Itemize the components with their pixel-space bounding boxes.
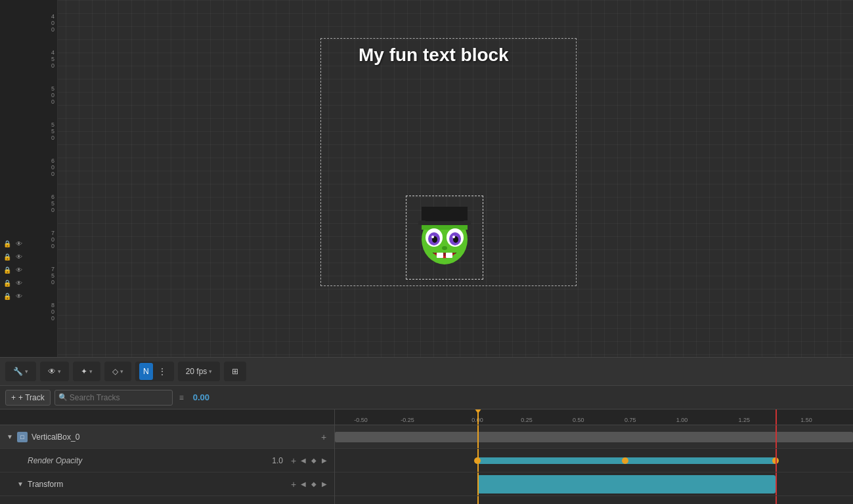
keyframe-btns-opacity: ◀ ◆ ▶: [299, 456, 329, 465]
end-marker-transform: [776, 472, 777, 495]
stamp-tool-button[interactable]: N: [139, 363, 153, 380]
timeline-tracks-content: [335, 425, 853, 504]
expand-spacer-opacity: [16, 456, 25, 465]
playhead-line-transform: [477, 472, 479, 495]
timeline-body: ▼ □ VerticalBox_0 + Render Opacity 1.0 +…: [0, 410, 853, 504]
playhead-ruler[interactable]: [477, 410, 479, 425]
transform-teal-bar: [477, 475, 776, 494]
lock-icon-3[interactable]: 🔒: [3, 265, 12, 274]
search-container: 🔍: [55, 390, 173, 406]
layer-icon-row-3: 🔒 👁: [3, 264, 55, 276]
ruler-mark-600: 600: [51, 158, 55, 177]
stamp-icon: N: [143, 367, 149, 376]
ruler-mark-550: 550: [51, 121, 55, 141]
transform-icon: ✦: [81, 367, 87, 376]
eye-icon-3[interactable]: 👁: [14, 265, 24, 274]
kf-prev-transform[interactable]: ◀: [299, 480, 308, 489]
tools-group-4: ◇ ▾: [104, 362, 131, 381]
track-name-render-opacity: Render Opacity: [28, 456, 272, 465]
kf-next-opacity[interactable]: ▶: [320, 456, 329, 465]
more-tool-button[interactable]: ⋮: [154, 363, 170, 380]
svg-point-10: [452, 236, 455, 238]
lock-icon-2[interactable]: 🔒: [3, 252, 12, 261]
chevron-down-icon-3: ▾: [89, 368, 93, 375]
layer-icon-row-5: 🔒 👁: [3, 290, 55, 302]
ruler-mark-075: 0.75: [624, 417, 636, 423]
track-add-transform[interactable]: +: [288, 479, 299, 490]
tools-group-1: 🔧 ▾: [5, 362, 36, 381]
viewport: My fun text block: [58, 0, 853, 357]
tl-row-rotation: [335, 496, 853, 504]
end-marker-rotation: [776, 496, 777, 504]
track-name-transform: Transform: [28, 480, 288, 489]
kf-dot-opacity-mid[interactable]: [622, 457, 628, 464]
playhead-line-rotation: [477, 496, 479, 504]
svg-rect-12: [446, 253, 452, 258]
timeline-header: + + Track 🔍 ≡ 0.00: [0, 386, 853, 410]
keyframe-btns-transform: ◀ ◆ ▶: [299, 480, 329, 489]
ruler-mark-500: 500: [51, 85, 55, 105]
ruler-mark-450: 450: [51, 49, 55, 69]
lock-icon-5[interactable]: 🔒: [3, 291, 12, 301]
tl-row-render-opacity: [335, 449, 853, 472]
ruler-mark-050: 0.50: [573, 417, 584, 423]
eye-icon-1[interactable]: 👁: [14, 239, 24, 248]
filter-button[interactable]: ≡: [177, 392, 186, 404]
ruler-left: 400 450 500 550 600 650 700 750 800: [0, 0, 58, 357]
plus-icon: +: [11, 393, 16, 402]
ruler-mark-400: 400: [51, 13, 55, 33]
tl-row-verticalbox: [335, 425, 853, 449]
timeline: + + Track 🔍 ≡ 0.00 ▼ □ Ver: [0, 386, 853, 504]
chevron-down-icon-1: ▾: [25, 368, 28, 375]
layer-icon-row-2: 🔒 👁: [3, 251, 55, 262]
track-btn-label: + Track: [18, 393, 45, 402]
screen-button[interactable]: ⊞: [228, 363, 242, 380]
ruler-mark-025: 0.25: [521, 417, 533, 423]
track-row-rotation: ▼ Rotation + ◀ ◆ ▶: [0, 496, 334, 504]
layer-icons: 🔒 👁 🔒 👁 🔒 👁 🔒 👁 🔒 👁: [0, 236, 58, 303]
end-marker-ruler: [776, 410, 777, 425]
app-container: 400 450 500 550 600 650 700 750 800 🔒 👁 …: [0, 0, 853, 504]
ruler-mark--025: -0.25: [401, 417, 414, 423]
chevron-down-icon-2: ▾: [58, 368, 61, 375]
lock-icon-4[interactable]: 🔒: [3, 278, 12, 287]
eye-tool-button[interactable]: 👁 ▾: [44, 363, 65, 380]
svg-point-13: [442, 246, 447, 250]
eye-icon-2[interactable]: 👁: [14, 252, 24, 261]
add-track-button[interactable]: + + Track: [5, 390, 51, 406]
chevron-down-icon-fps: ▾: [209, 368, 212, 375]
wrench-tool-button[interactable]: 🔧 ▾: [9, 363, 32, 380]
wrench-icon: 🔧: [13, 367, 23, 376]
transform-tool-button[interactable]: ✦ ▾: [77, 363, 97, 380]
ruler-mark--050: -0.50: [354, 417, 368, 423]
timeline-ruler: -0.50 -0.25 0.00 0.25 0.50 0.75 1.00 1.2…: [335, 410, 853, 425]
toolbar: 🔧 ▾ 👁 ▾ ✦ ▾ ◇ ▾ N: [0, 357, 853, 386]
ruler-mark-800: 800: [51, 302, 55, 322]
svg-point-9: [431, 236, 434, 238]
fps-group: 20 fps ▾: [178, 362, 221, 381]
track-list: ▼ □ VerticalBox_0 + Render Opacity 1.0 +…: [0, 410, 335, 504]
eye-icon-5[interactable]: 👁: [14, 291, 24, 301]
fps-button[interactable]: 20 fps ▾: [182, 363, 217, 380]
svg-rect-14: [418, 220, 471, 225]
lock-icon-1[interactable]: 🔒: [3, 239, 12, 248]
track-add-verticalbox[interactable]: +: [318, 432, 329, 442]
track-row-verticalbox: ▼ □ VerticalBox_0 +: [0, 425, 334, 449]
expand-transform[interactable]: ▼: [16, 480, 25, 489]
layer-icon-row-4: 🔒 👁: [3, 277, 55, 289]
ruler-mark-150: 1.50: [800, 417, 812, 423]
kf-prev-opacity[interactable]: ◀: [299, 456, 308, 465]
kf-add-opacity[interactable]: ◆: [309, 456, 318, 465]
shape-tool-button[interactable]: ◇ ▾: [108, 363, 127, 380]
search-tracks-input[interactable]: [55, 390, 173, 406]
playhead-triangle: [474, 410, 482, 413]
kf-add-transform[interactable]: ◆: [309, 480, 318, 489]
ruler-mark-125: 1.25: [739, 417, 751, 423]
expand-verticalbox[interactable]: ▼: [5, 432, 14, 442]
emoji-sprite[interactable]: [408, 198, 481, 274]
kf-next-transform[interactable]: ▶: [320, 480, 329, 489]
eye-icon-4[interactable]: 👁: [14, 278, 24, 287]
track-icon-verticalbox: □: [17, 432, 28, 442]
track-add-opacity[interactable]: +: [288, 455, 299, 466]
end-marker-opacity: [776, 449, 777, 472]
